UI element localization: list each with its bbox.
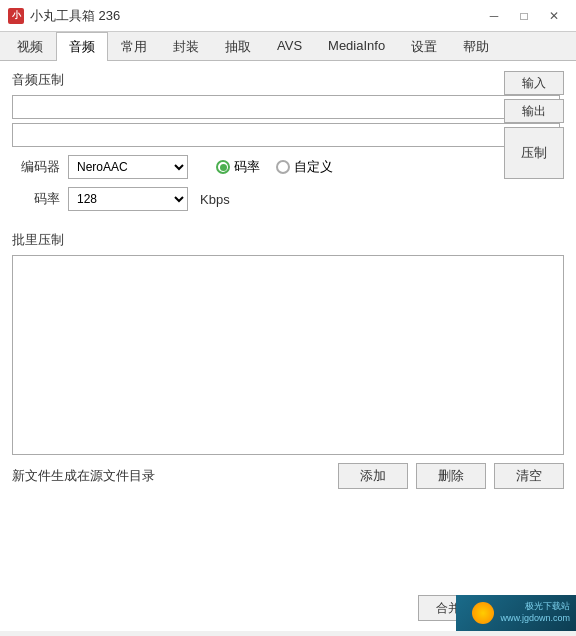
radio-bitrate-dot bbox=[216, 160, 230, 174]
kbps-label: Kbps bbox=[200, 192, 230, 207]
title-text: 小丸工具箱 236 bbox=[30, 7, 120, 25]
new-file-label: 新文件生成在源文件目录 bbox=[12, 467, 155, 485]
radio-bitrate[interactable]: 码率 bbox=[216, 158, 260, 176]
output-button[interactable]: 输出 bbox=[504, 99, 564, 123]
add-button[interactable]: 添加 bbox=[338, 463, 408, 489]
input-file-field[interactable] bbox=[12, 95, 560, 119]
bottom-row: 新文件生成在源文件目录 添加 删除 清空 bbox=[12, 463, 564, 489]
batch-section: 批里压制 bbox=[12, 231, 564, 455]
radio-custom-dot bbox=[276, 160, 290, 174]
title-controls: ─ □ ✕ bbox=[480, 5, 568, 27]
delete-button[interactable]: 删除 bbox=[416, 463, 486, 489]
clear-button[interactable]: 清空 bbox=[494, 463, 564, 489]
maximize-button[interactable]: □ bbox=[510, 5, 538, 27]
menu-bar: 视频 音频 常用 封装 抽取 AVS MediaInfo 设置 帮助 bbox=[0, 32, 576, 61]
right-buttons: 输入 输出 压制 bbox=[504, 71, 564, 179]
encoder-label: 编码器 bbox=[12, 158, 60, 176]
output-row bbox=[12, 123, 564, 147]
audio-section-title: 音频压制 bbox=[12, 71, 564, 89]
close-button[interactable]: ✕ bbox=[540, 5, 568, 27]
tab-video[interactable]: 视频 bbox=[4, 32, 56, 61]
encoder-row: 编码器 NeroAAC QAAC FLAC MP3 码率 自定义 bbox=[12, 155, 564, 179]
app-icon: 小 bbox=[8, 8, 24, 24]
batch-section-title: 批里压制 bbox=[12, 231, 564, 249]
radio-custom[interactable]: 自定义 bbox=[276, 158, 333, 176]
tab-common[interactable]: 常用 bbox=[108, 32, 160, 61]
watermark-logo bbox=[472, 602, 494, 624]
encoder-select[interactable]: NeroAAC QAAC FLAC MP3 bbox=[68, 155, 188, 179]
tab-pack[interactable]: 封装 bbox=[160, 32, 212, 61]
bottom-buttons: 添加 删除 清空 bbox=[338, 463, 564, 489]
bitrate-row: 码率 64 96 128 160 192 256 320 Kbps bbox=[12, 187, 564, 211]
output-file-field[interactable] bbox=[12, 123, 560, 147]
input-button[interactable]: 输入 bbox=[504, 71, 564, 95]
tab-avs[interactable]: AVS bbox=[264, 32, 315, 61]
batch-list[interactable] bbox=[12, 255, 564, 455]
title-left: 小 小丸工具箱 236 bbox=[8, 7, 120, 25]
tab-help[interactable]: 帮助 bbox=[450, 32, 502, 61]
bitrate-select[interactable]: 64 96 128 160 192 256 320 bbox=[68, 187, 188, 211]
radio-group: 码率 自定义 bbox=[216, 158, 333, 176]
main-content: 音频压制 输入 输出 压制 编码器 NeroAAC QAAC FLAC MP3 … bbox=[0, 61, 576, 631]
radio-custom-label: 自定义 bbox=[294, 158, 333, 176]
radio-bitrate-label: 码率 bbox=[234, 158, 260, 176]
title-bar: 小 小丸工具箱 236 ─ □ ✕ bbox=[0, 0, 576, 32]
tab-extract[interactable]: 抽取 bbox=[212, 32, 264, 61]
tab-audio[interactable]: 音频 bbox=[56, 32, 108, 61]
watermark-text: 极光下载站 www.jgdown.com bbox=[500, 601, 570, 624]
compress-button[interactable]: 压制 bbox=[504, 127, 564, 179]
watermark: 极光下载站 www.jgdown.com bbox=[456, 595, 576, 631]
tab-settings[interactable]: 设置 bbox=[398, 32, 450, 61]
input-row bbox=[12, 95, 564, 119]
bitrate-label: 码率 bbox=[12, 190, 60, 208]
minimize-button[interactable]: ─ bbox=[480, 5, 508, 27]
tab-mediainfo[interactable]: MediaInfo bbox=[315, 32, 398, 61]
